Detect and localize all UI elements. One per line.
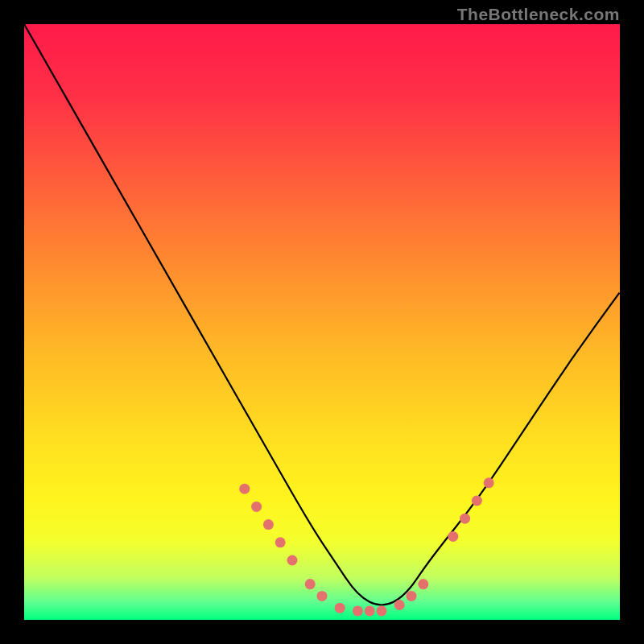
highlight-dot: [317, 591, 328, 601]
highlight-dot: [353, 605, 363, 616]
highlight-dot: [305, 579, 316, 589]
highlight-dot: [407, 591, 417, 601]
highlight-dot: [448, 531, 458, 542]
highlight-dot: [460, 514, 470, 524]
highlight-dot: [394, 600, 405, 610]
watermark: TheBottleneck.com: [457, 5, 620, 24]
bottleneck-curve: [24, 24, 620, 620]
highlight-dot: [365, 605, 375, 616]
chart-frame: TheBottleneck.com: [0, 0, 644, 644]
highlight-dot: [335, 603, 345, 613]
highlight-dot: [418, 579, 428, 589]
highlight-dot: [484, 477, 494, 488]
highlight-dot: [287, 555, 298, 566]
highlight-dot: [472, 496, 482, 506]
highlight-dot: [251, 502, 262, 512]
highlight-dot: [239, 484, 250, 494]
highlight-dot: [275, 537, 286, 547]
highlight-dot: [263, 519, 274, 530]
plot-area: [24, 24, 620, 620]
highlight-dot: [377, 605, 387, 616]
